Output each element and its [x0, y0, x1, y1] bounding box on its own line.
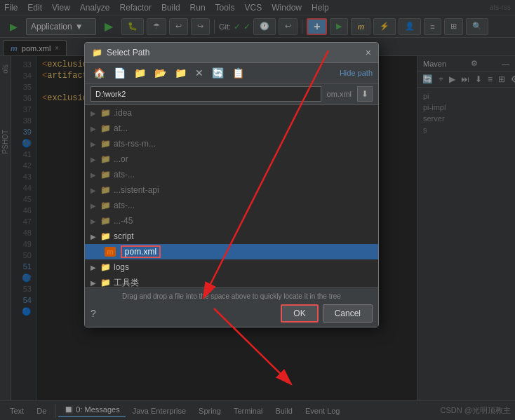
hide-path-link[interactable]: Hide path — [340, 69, 373, 77]
tree-item[interactable]: ▶ 📁 script — [85, 229, 378, 244]
tree-item[interactable]: ▶ 📁 logs — [85, 259, 378, 275]
tree-item-label: .idea — [114, 108, 132, 118]
dialog-home-btn[interactable]: 🏠 — [91, 66, 108, 80]
tree-item-label: ats-... — [114, 201, 135, 210]
tree-item[interactable]: ▶ 📁 工具类 — [85, 275, 378, 287]
dialog-close-button[interactable]: × — [366, 47, 371, 58]
folder-icon: 📁 — [100, 262, 111, 272]
dialog-newfolder-btn[interactable]: 📁 — [131, 66, 149, 80]
tree-arrow-icon: ▶ — [91, 202, 98, 210]
dialog-buttons: ? OK Cancel — [91, 304, 373, 323]
dialog-footer: Drag and drop a file into the space abov… — [85, 287, 378, 327]
tree-arrow-icon: ▶ — [91, 156, 98, 163]
tree-item[interactable]: ▶ 📁 ats-... — [85, 167, 378, 182]
maven-file-icon: m — [105, 247, 116, 257]
tree-item[interactable]: ▶ 📁 ats-rss-m... — [85, 136, 378, 151]
tree-arrow-icon: ▶ — [91, 233, 98, 241]
tree-arrow-icon: ▶ — [91, 140, 98, 148]
tree-item[interactable]: ▶ 📁 .idea — [85, 105, 378, 121]
tree-item-label: logs — [114, 262, 129, 272]
folder-icon: 📁 — [100, 278, 111, 287]
file-tree[interactable]: ▶ 📁 .idea ▶ 📁 at... ▶ 📁 ats-rss-m... ▶ 📁… — [85, 105, 378, 287]
tree-arrow-icon: ▶ — [91, 125, 98, 133]
tree-arrow-icon: ▶ — [91, 187, 98, 194]
dialog-refresh-btn[interactable]: 🔄 — [209, 66, 227, 80]
tree-item[interactable]: ▶ 📁 ...or — [85, 151, 378, 167]
tree-item[interactable]: ▶ 📁 ...-45 — [85, 213, 378, 229]
folder-icon: 📁 — [100, 201, 111, 210]
modal-overlay: 📁 Select Path × 🏠 📄 📁 📂 📁 ✕ 🔄 📋 Hide pat… — [0, 0, 515, 420]
dialog-path-bar: om.xml ⬇ — [85, 83, 378, 105]
tree-item-label: script — [114, 231, 134, 241]
tree-item-label: 工具类 — [114, 277, 139, 288]
folder-icon: 📁 — [100, 139, 111, 149]
path-download-btn[interactable]: ⬇ — [357, 86, 373, 102]
tree-item-label: ats-rss-m... — [114, 139, 156, 149]
ok-button[interactable]: OK — [281, 304, 318, 323]
tree-item-label: at... — [114, 123, 128, 133]
folder-icon: 📁 — [100, 154, 111, 164]
tree-arrow-icon: ▶ — [91, 217, 98, 225]
dialog-delete-btn[interactable]: ✕ — [192, 66, 206, 80]
dialog-title-icon: 📁 — [92, 48, 102, 57]
folder-icon: 📁 — [100, 123, 111, 133]
help-icon[interactable]: ? — [91, 308, 96, 319]
cancel-button[interactable]: Cancel — [323, 304, 373, 323]
tree-item-pomxml[interactable]: m pom.xml — [85, 244, 378, 259]
folder-icon: 📁 — [100, 185, 111, 195]
tree-arrow-icon: ▶ — [91, 171, 98, 179]
dialog-newfile-btn[interactable]: 📄 — [111, 66, 128, 80]
path-input[interactable] — [91, 86, 321, 102]
select-path-dialog: 📁 Select Path × 🏠 📄 📁 📂 📁 ✕ 🔄 📋 Hide pat… — [84, 42, 379, 327]
folder-icon: 📁 — [100, 108, 111, 118]
tree-arrow-icon: ▶ — [91, 264, 98, 271]
path-suffix: om.xml — [327, 90, 352, 98]
dialog-toolbar: 🏠 📄 📁 📂 📁 ✕ 🔄 📋 Hide path — [85, 63, 378, 83]
tree-item-label: ...or — [114, 154, 128, 164]
tree-item-label: ats-... — [114, 170, 135, 179]
folder-icon: 📁 — [100, 231, 111, 241]
tree-item-label: ...-45 — [114, 216, 133, 226]
tree-item-label: ...sistent-api — [114, 185, 159, 195]
dialog-folder2-btn[interactable]: 📂 — [152, 66, 169, 80]
drag-hint: Drag and drop a file into the space abov… — [91, 292, 373, 300]
tree-item-label: pom.xml — [121, 245, 161, 258]
dialog-title-bar: 📁 Select Path × — [85, 43, 378, 63]
tree-item[interactable]: ▶ 📁 ...sistent-api — [85, 182, 378, 198]
tree-item[interactable]: ▶ 📁 ats-... — [85, 198, 378, 213]
dialog-folder3-btn[interactable]: 📁 — [172, 66, 189, 80]
tree-item[interactable]: ▶ 📁 at... — [85, 121, 378, 136]
dialog-copy-btn[interactable]: 📋 — [229, 66, 247, 80]
tree-arrow-icon: ▶ — [91, 109, 98, 117]
folder-icon: 📁 — [100, 216, 111, 226]
folder-icon: 📁 — [100, 170, 111, 179]
tree-arrow-icon: ▶ — [91, 279, 98, 287]
dialog-title-text: Select Path — [107, 48, 361, 57]
